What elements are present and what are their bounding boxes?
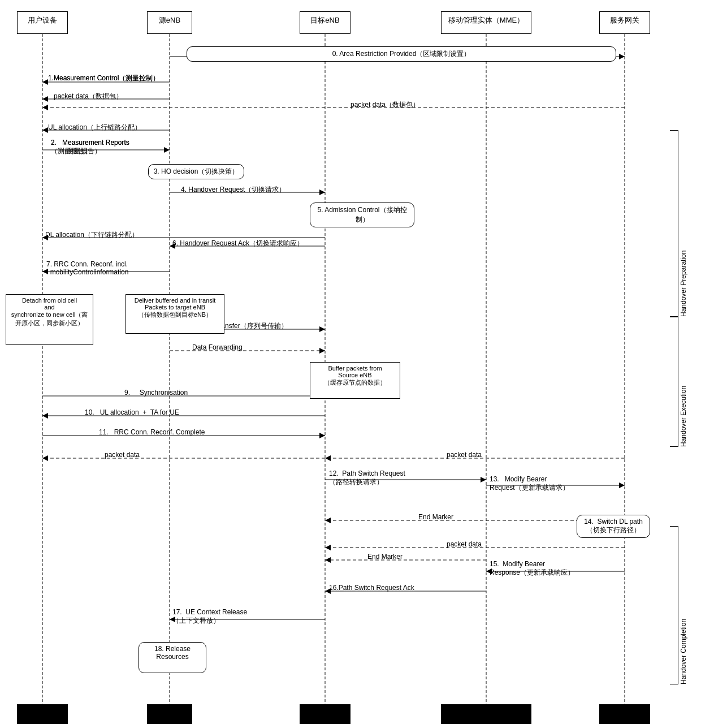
entity-senb: 源eNB bbox=[147, 11, 192, 34]
msg-label-pd4: packet data bbox=[447, 451, 482, 459]
msg-label-ul_alloc: UL allocation（上行链路分配） bbox=[48, 123, 141, 132]
phase-brace bbox=[670, 526, 678, 684]
msg-label-m1-text: 1.Measurement Control（测量控制） bbox=[48, 74, 159, 83]
msg-label-pd2: packet data（数据包） bbox=[350, 100, 419, 110]
msg-label-pd5: packet data bbox=[447, 540, 482, 548]
lifeline-bottom-senb bbox=[147, 704, 192, 724]
msg-label-m11: 11. RRC Conn. Reconf. Complete bbox=[99, 428, 205, 436]
svg-marker-44 bbox=[325, 518, 331, 523]
note-box-2: Buffer packets from Source eNB （缓存原节点的数据… bbox=[310, 362, 400, 399]
sequence-diagram: 用户设备源eNB目标eNB移动管理实体（MME）服务网关0. Area Rest… bbox=[0, 0, 701, 728]
msg-label-m12: 12. Path Switch Request （路径转换请求） bbox=[329, 469, 405, 487]
svg-marker-14 bbox=[42, 127, 48, 133]
release-resources-box: 18. Release Resources bbox=[139, 642, 206, 673]
svg-marker-42 bbox=[619, 483, 625, 488]
svg-marker-18 bbox=[319, 189, 325, 195]
entity-mme: 移动管理实体（MME） bbox=[441, 11, 531, 34]
svg-marker-32 bbox=[42, 413, 48, 419]
lifeline-bottom-gw bbox=[599, 704, 650, 724]
msg-area-restriction: 0. Area Restriction Provided（区域限制设置） bbox=[187, 46, 616, 62]
msg-label-pd1: packet data（数据包） bbox=[54, 92, 123, 101]
lifeline-bottom-ue bbox=[17, 704, 68, 724]
msg-label-m13: 13. Modify Bearer Request（更新承载请求） bbox=[490, 475, 569, 493]
msg-label-m9: 9. Synchronisation bbox=[124, 389, 188, 397]
msg-label-m4: 4. Handover Request（切换请求） bbox=[181, 185, 285, 195]
svg-marker-10 bbox=[42, 96, 48, 102]
msg-label-m7: 7. RRC Conn. Reconf. incl. mobilityContr… bbox=[46, 260, 128, 276]
lifeline-bottom-mme bbox=[441, 704, 531, 724]
msg-label-m16: 16.Path Switch Request Ack bbox=[329, 584, 414, 592]
msg-ho-decision: 3. HO decision（切换决策） bbox=[148, 164, 244, 179]
entity-ue: 用户设备 bbox=[17, 11, 68, 34]
svg-marker-46 bbox=[325, 545, 331, 550]
svg-marker-36 bbox=[42, 455, 48, 461]
svg-marker-48 bbox=[325, 557, 331, 563]
lifeline-bottom-tenb bbox=[300, 704, 350, 724]
phase-label: Handover Execution bbox=[680, 317, 687, 447]
note-box-0: Detach from old cell and synchronize to … bbox=[6, 294, 93, 345]
svg-marker-8 bbox=[42, 79, 48, 85]
msg-label-m10: 10. UL allocation + TA for UE bbox=[85, 408, 179, 416]
svg-marker-28 bbox=[319, 348, 325, 354]
svg-marker-12 bbox=[42, 105, 48, 110]
svg-marker-16 bbox=[164, 147, 170, 153]
phase-label: Handover Completion bbox=[680, 526, 687, 684]
msg-label-end_marker2: End Marker bbox=[367, 553, 403, 561]
phase-brace bbox=[670, 130, 678, 317]
note-box-1: Deliver buffered and in transit Packets … bbox=[126, 294, 224, 334]
msg-label-m2: 2. Measurement Reports （测量报告） bbox=[51, 139, 129, 156]
phase-label: Handover Preparation bbox=[680, 130, 687, 317]
msg-label-data_fwd: Data Forwarding bbox=[192, 343, 243, 351]
phase-brace bbox=[670, 317, 678, 447]
entity-tenb: 目标eNB bbox=[300, 11, 350, 34]
entity-gw: 服务网关 bbox=[599, 11, 650, 34]
msg-label-dl_alloc: DL allocation（下行链路分配） bbox=[45, 230, 139, 240]
msg-label-end_marker1: End Marker bbox=[418, 513, 453, 521]
msg-label-m17: 17. UE Context Release （上下文释放） bbox=[172, 608, 247, 626]
msg-admission-control: 5. Admission Control（接纳控制） bbox=[310, 203, 414, 227]
svg-marker-40 bbox=[481, 477, 486, 483]
msg-label-m15: 15. Modify Bearer Response（更新承载响应） bbox=[490, 560, 574, 578]
svg-marker-6 bbox=[619, 54, 625, 59]
switch-dl-path-box: 14. Switch DL path （切换下行路径） bbox=[577, 515, 650, 538]
msg-label-pd3: packet data bbox=[105, 451, 140, 459]
svg-marker-38 bbox=[325, 455, 331, 461]
msg-label-m6: 6. Handover Request Ack（切换请求响应） bbox=[172, 239, 304, 248]
svg-marker-26 bbox=[319, 326, 325, 332]
svg-marker-34 bbox=[319, 433, 325, 438]
